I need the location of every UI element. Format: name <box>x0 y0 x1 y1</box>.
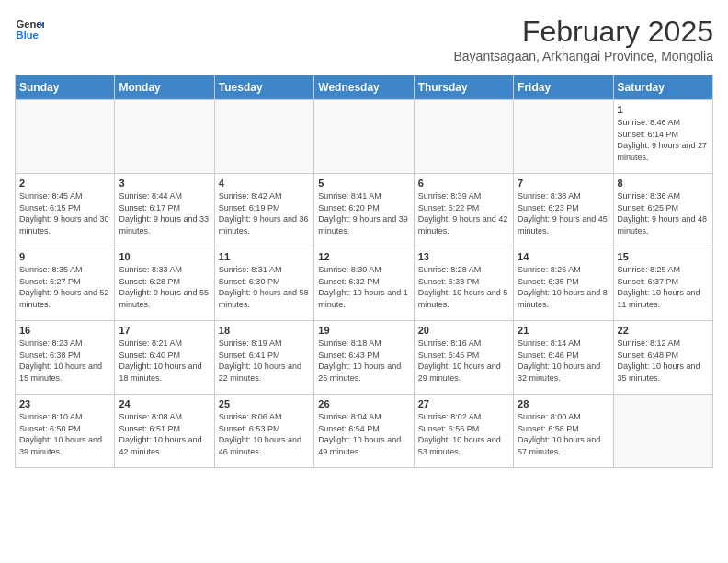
day-info: Sunrise: 8:21 AM Sunset: 6:40 PM Dayligh… <box>119 338 210 384</box>
day-info: Sunrise: 8:26 AM Sunset: 6:35 PM Dayligh… <box>518 264 609 310</box>
day-number: 2 <box>19 178 110 189</box>
calendar-week-row: 1Sunrise: 8:46 AM Sunset: 6:14 PM Daylig… <box>16 100 713 174</box>
day-number: 17 <box>119 325 210 336</box>
calendar-cell: 21Sunrise: 8:14 AM Sunset: 6:46 PM Dayli… <box>514 321 613 395</box>
calendar-cell: 25Sunrise: 8:06 AM Sunset: 6:53 PM Dayli… <box>214 395 313 468</box>
calendar-cell: 23Sunrise: 8:10 AM Sunset: 6:50 PM Dayli… <box>16 395 115 468</box>
day-number: 11 <box>219 251 310 262</box>
calendar-cell <box>514 100 613 174</box>
calendar-cell: 4Sunrise: 8:42 AM Sunset: 6:19 PM Daylig… <box>214 174 313 247</box>
day-info: Sunrise: 8:12 AM Sunset: 6:48 PM Dayligh… <box>618 338 709 384</box>
day-number: 13 <box>418 251 509 262</box>
day-number: 4 <box>219 178 310 189</box>
weekday-header-cell: Saturday <box>613 75 712 100</box>
day-info: Sunrise: 8:44 AM Sunset: 6:17 PM Dayligh… <box>119 190 210 236</box>
weekday-header-cell: Monday <box>115 75 214 100</box>
calendar-cell: 22Sunrise: 8:12 AM Sunset: 6:48 PM Dayli… <box>613 321 712 395</box>
day-number: 9 <box>19 251 110 262</box>
day-number: 28 <box>518 398 609 409</box>
day-info: Sunrise: 8:31 AM Sunset: 6:30 PM Dayligh… <box>219 264 310 310</box>
weekday-header-cell: Friday <box>514 75 613 100</box>
calendar-cell: 17Sunrise: 8:21 AM Sunset: 6:40 PM Dayli… <box>115 321 214 395</box>
day-number: 3 <box>119 178 210 189</box>
day-info: Sunrise: 8:23 AM Sunset: 6:38 PM Dayligh… <box>19 338 110 384</box>
day-info: Sunrise: 8:41 AM Sunset: 6:20 PM Dayligh… <box>318 190 409 236</box>
day-number: 10 <box>119 251 210 262</box>
day-info: Sunrise: 8:06 AM Sunset: 6:53 PM Dayligh… <box>219 411 310 457</box>
calendar-cell: 19Sunrise: 8:18 AM Sunset: 6:43 PM Dayli… <box>314 321 414 395</box>
calendar-cell <box>414 100 513 174</box>
month-title: February 2025 <box>453 15 713 49</box>
day-number: 26 <box>318 398 409 409</box>
day-info: Sunrise: 8:02 AM Sunset: 6:56 PM Dayligh… <box>418 411 509 457</box>
calendar-cell: 6Sunrise: 8:39 AM Sunset: 6:22 PM Daylig… <box>414 174 513 247</box>
weekday-header-cell: Wednesday <box>314 75 414 100</box>
calendar-table: SundayMondayTuesdayWednesdayThursdayFrid… <box>15 75 713 468</box>
day-info: Sunrise: 8:39 AM Sunset: 6:22 PM Dayligh… <box>418 190 509 236</box>
svg-text:Blue: Blue <box>17 29 39 40</box>
day-number: 7 <box>518 178 609 189</box>
title-area: February 2025 Bayantsagaan, Arkhangai Pr… <box>453 15 713 63</box>
logo: General Blue <box>15 15 44 44</box>
day-info: Sunrise: 8:33 AM Sunset: 6:28 PM Dayligh… <box>119 264 210 310</box>
calendar-cell: 15Sunrise: 8:25 AM Sunset: 6:37 PM Dayli… <box>613 247 712 321</box>
calendar-cell: 16Sunrise: 8:23 AM Sunset: 6:38 PM Dayli… <box>16 321 115 395</box>
day-info: Sunrise: 8:46 AM Sunset: 6:14 PM Dayligh… <box>618 117 709 163</box>
day-info: Sunrise: 8:35 AM Sunset: 6:27 PM Dayligh… <box>19 264 110 310</box>
day-info: Sunrise: 8:10 AM Sunset: 6:50 PM Dayligh… <box>19 411 110 457</box>
weekday-header-cell: Tuesday <box>214 75 313 100</box>
calendar-body: 1Sunrise: 8:46 AM Sunset: 6:14 PM Daylig… <box>16 100 713 468</box>
day-info: Sunrise: 8:00 AM Sunset: 6:58 PM Dayligh… <box>518 411 609 457</box>
day-number: 22 <box>618 325 709 336</box>
day-info: Sunrise: 8:28 AM Sunset: 6:33 PM Dayligh… <box>418 264 509 310</box>
calendar-cell: 24Sunrise: 8:08 AM Sunset: 6:51 PM Dayli… <box>115 395 214 468</box>
calendar-cell: 18Sunrise: 8:19 AM Sunset: 6:41 PM Dayli… <box>214 321 313 395</box>
calendar-cell <box>613 395 712 468</box>
day-number: 8 <box>618 178 709 189</box>
calendar-cell: 14Sunrise: 8:26 AM Sunset: 6:35 PM Dayli… <box>514 247 613 321</box>
calendar-cell: 12Sunrise: 8:30 AM Sunset: 6:32 PM Dayli… <box>314 247 414 321</box>
day-info: Sunrise: 8:16 AM Sunset: 6:45 PM Dayligh… <box>418 338 509 384</box>
day-info: Sunrise: 8:30 AM Sunset: 6:32 PM Dayligh… <box>318 264 409 310</box>
day-number: 12 <box>318 251 409 262</box>
calendar-cell: 27Sunrise: 8:02 AM Sunset: 6:56 PM Dayli… <box>414 395 513 468</box>
day-info: Sunrise: 8:14 AM Sunset: 6:46 PM Dayligh… <box>518 338 609 384</box>
day-number: 23 <box>19 398 110 409</box>
calendar-week-row: 9Sunrise: 8:35 AM Sunset: 6:27 PM Daylig… <box>16 247 713 321</box>
day-info: Sunrise: 8:42 AM Sunset: 6:19 PM Dayligh… <box>219 190 310 236</box>
calendar-week-row: 16Sunrise: 8:23 AM Sunset: 6:38 PM Dayli… <box>16 321 713 395</box>
calendar-cell: 26Sunrise: 8:04 AM Sunset: 6:54 PM Dayli… <box>314 395 414 468</box>
day-info: Sunrise: 8:36 AM Sunset: 6:25 PM Dayligh… <box>618 190 709 236</box>
weekday-header-cell: Sunday <box>16 75 115 100</box>
day-info: Sunrise: 8:19 AM Sunset: 6:41 PM Dayligh… <box>219 338 310 384</box>
calendar-cell <box>214 100 313 174</box>
calendar-cell: 28Sunrise: 8:00 AM Sunset: 6:58 PM Dayli… <box>514 395 613 468</box>
calendar-week-row: 23Sunrise: 8:10 AM Sunset: 6:50 PM Dayli… <box>16 395 713 468</box>
day-number: 25 <box>219 398 310 409</box>
day-info: Sunrise: 8:38 AM Sunset: 6:23 PM Dayligh… <box>518 190 609 236</box>
calendar-cell: 1Sunrise: 8:46 AM Sunset: 6:14 PM Daylig… <box>613 100 712 174</box>
day-info: Sunrise: 8:08 AM Sunset: 6:51 PM Dayligh… <box>119 411 210 457</box>
day-info: Sunrise: 8:18 AM Sunset: 6:43 PM Dayligh… <box>318 338 409 384</box>
day-number: 24 <box>119 398 210 409</box>
location-title: Bayantsagaan, Arkhangai Province, Mongol… <box>453 49 713 63</box>
day-number: 14 <box>518 251 609 262</box>
calendar-cell: 3Sunrise: 8:44 AM Sunset: 6:17 PM Daylig… <box>115 174 214 247</box>
calendar-cell: 2Sunrise: 8:45 AM Sunset: 6:15 PM Daylig… <box>16 174 115 247</box>
day-number: 15 <box>618 251 709 262</box>
day-number: 16 <box>19 325 110 336</box>
calendar-cell: 20Sunrise: 8:16 AM Sunset: 6:45 PM Dayli… <box>414 321 513 395</box>
calendar-cell: 7Sunrise: 8:38 AM Sunset: 6:23 PM Daylig… <box>514 174 613 247</box>
calendar-cell: 8Sunrise: 8:36 AM Sunset: 6:25 PM Daylig… <box>613 174 712 247</box>
calendar-cell: 9Sunrise: 8:35 AM Sunset: 6:27 PM Daylig… <box>16 247 115 321</box>
calendar-cell <box>115 100 214 174</box>
day-number: 19 <box>318 325 409 336</box>
calendar-cell: 10Sunrise: 8:33 AM Sunset: 6:28 PM Dayli… <box>115 247 214 321</box>
header: General Blue February 2025 Bayantsagaan,… <box>15 15 713 63</box>
weekday-header-row: SundayMondayTuesdayWednesdayThursdayFrid… <box>16 75 713 100</box>
day-number: 21 <box>518 325 609 336</box>
calendar-cell <box>314 100 414 174</box>
day-info: Sunrise: 8:04 AM Sunset: 6:54 PM Dayligh… <box>318 411 409 457</box>
day-number: 27 <box>418 398 509 409</box>
day-number: 5 <box>318 178 409 189</box>
